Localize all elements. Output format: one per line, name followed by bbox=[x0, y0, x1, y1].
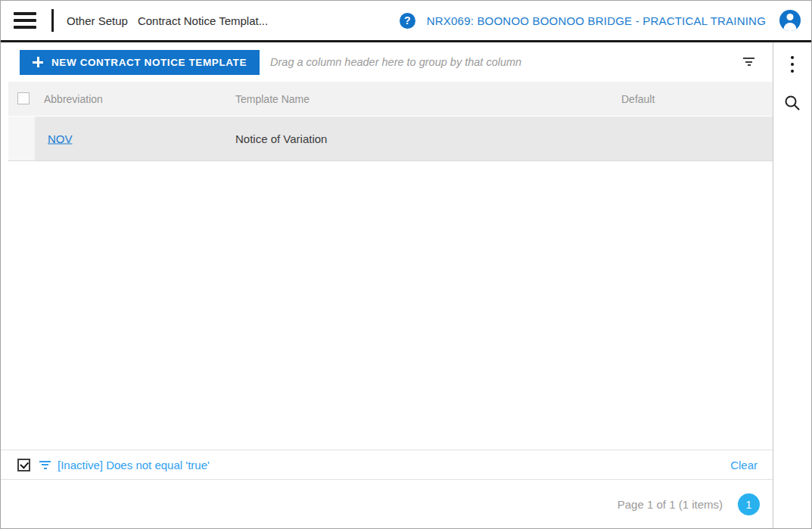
clear-filter-link[interactable]: Clear bbox=[730, 459, 758, 471]
help-glyph: ? bbox=[404, 14, 411, 26]
abbreviation-link[interactable]: NOV bbox=[48, 132, 73, 145]
kebab-menu-icon[interactable] bbox=[788, 53, 797, 76]
column-header-default[interactable]: Default bbox=[621, 93, 655, 105]
user-avatar-icon[interactable] bbox=[779, 10, 801, 31]
pager-summary: Page 1 of 1 (1 items) bbox=[618, 498, 723, 511]
avatar-head-shape bbox=[787, 14, 794, 20]
filter-condition-icon bbox=[39, 461, 51, 469]
table-row[interactable]: NOV Notice of Variation bbox=[8, 117, 773, 161]
filter-enabled-checkbox[interactable] bbox=[17, 459, 30, 471]
select-all-checkbox[interactable] bbox=[17, 92, 30, 104]
right-sidebar bbox=[773, 42, 811, 528]
menu-icon[interactable] bbox=[14, 12, 36, 29]
pager-bar: Page 1 of 1 (1 items) 1 bbox=[1, 481, 773, 528]
column-header-abbreviation[interactable]: Abbreviation bbox=[44, 93, 103, 105]
column-header-template-name[interactable]: Template Name bbox=[235, 93, 310, 105]
breadcrumb: Other Setup Contract Notice Templat... bbox=[67, 14, 268, 27]
plus-icon bbox=[33, 57, 43, 67]
breadcrumb-item-contract-notice-templates[interactable]: Contract Notice Templat... bbox=[138, 14, 268, 27]
grid-header-row: Abbreviation Template Name Default bbox=[8, 82, 773, 116]
new-contract-notice-template-button[interactable]: NEW CONTRACT NOTICE TEMPLATE bbox=[20, 50, 260, 75]
filter-bar: [Inactive] Does not equal 'true' Clear bbox=[1, 450, 773, 480]
breadcrumb-item-other-setup[interactable]: Other Setup bbox=[67, 14, 128, 27]
template-name-cell: Notice of Variation bbox=[235, 132, 327, 145]
topbar-divider bbox=[51, 9, 54, 32]
page-1-button[interactable]: 1 bbox=[738, 493, 760, 515]
project-link[interactable]: NRX069: BOONOO BOONOO BRIDGE - PRACTICAL… bbox=[427, 14, 766, 27]
topbar-right: ? NRX069: BOONOO BOONOO BRIDGE - PRACTIC… bbox=[400, 10, 811, 31]
grid-filter-icon[interactable] bbox=[743, 58, 754, 66]
avatar-shoulders-shape bbox=[784, 23, 797, 31]
row-select-cell[interactable] bbox=[8, 117, 35, 160]
main-content: NEW CONTRACT NOTICE TEMPLATE Drag a colu… bbox=[1, 42, 773, 528]
group-by-hint: Drag a column header here to group by th… bbox=[270, 56, 521, 68]
new-button-label: NEW CONTRACT NOTICE TEMPLATE bbox=[51, 57, 247, 68]
help-icon[interactable]: ? bbox=[400, 13, 415, 29]
grid-toolbar: NEW CONTRACT NOTICE TEMPLATE Drag a colu… bbox=[1, 42, 773, 82]
app-window: Other Setup Contract Notice Templat... ?… bbox=[0, 0, 812, 529]
search-icon[interactable] bbox=[784, 95, 801, 111]
filter-condition-text[interactable]: [Inactive] Does not equal 'true' bbox=[58, 459, 210, 471]
top-bar: Other Setup Contract Notice Templat... ?… bbox=[1, 1, 811, 42]
